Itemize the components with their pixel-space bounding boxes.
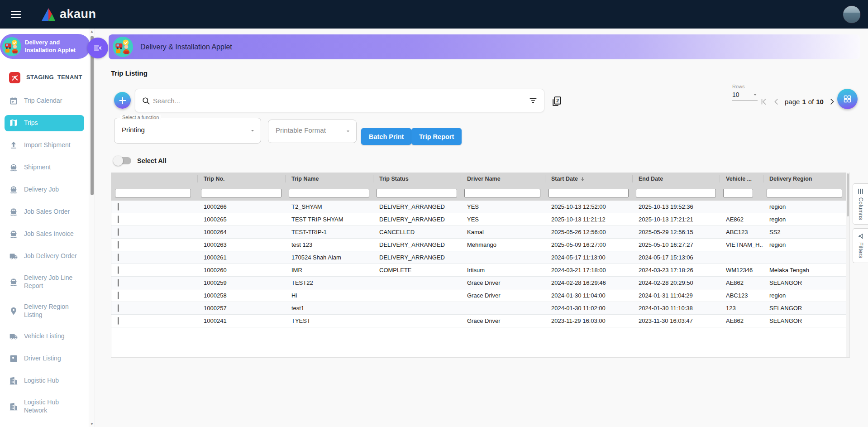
column-header-trip-no-[interactable]: Trip No. [197, 173, 285, 185]
row-checkbox[interactable] [118, 254, 119, 261]
sidebar-item-vehicle-listing[interactable]: Vehicle Listing [5, 328, 84, 345]
table-row[interactable]: 1000263test 123DELIVERY_ARRANGEDMehmango… [111, 239, 849, 251]
applet-banner: Delivery & Installation Applet [109, 34, 860, 59]
table-row[interactable]: 1000261170524 Shah AlamDELIVERY_ARRANGED… [111, 251, 849, 264]
row-checkbox[interactable] [118, 228, 119, 236]
side-tab-filters[interactable]: Filters [853, 228, 868, 263]
sidebar-item-job-sales-order[interactable]: Job Sales Order [5, 204, 84, 220]
menu-icon[interactable] [10, 9, 22, 20]
table-side-tabs: Columns Filters [853, 183, 868, 263]
cell: 1000261 [197, 251, 285, 264]
row-checkbox[interactable] [118, 317, 119, 325]
cell: YES [461, 213, 545, 225]
cell: 1000258 [197, 289, 285, 302]
user-avatar[interactable] [843, 5, 861, 24]
cell: 1000264 [197, 226, 285, 238]
next-page-icon[interactable] [828, 97, 836, 106]
sidebar-item-delivery-job-line-report[interactable]: Delivery Job Line Report [5, 270, 84, 293]
row-checkbox[interactable] [118, 203, 119, 211]
sidebar-item-tenant[interactable]: STAGING_TENANT [5, 68, 84, 87]
top-navbar: akaun [0, 0, 868, 29]
column-header-delivery-region[interactable]: Delivery Region [763, 173, 847, 185]
printable-format-select[interactable]: Printable Format [268, 120, 357, 143]
cell: 1000260 [197, 264, 285, 276]
column-header-trip-status[interactable]: Trip Status [373, 173, 461, 185]
batch-print-button[interactable]: Batch Print [361, 128, 411, 145]
function-select[interactable]: Select a function Printing [114, 118, 261, 144]
table-row[interactable]: 1000259TEST22Grace Driver2024-02-28 16:2… [111, 277, 849, 289]
select-all-toggle[interactable] [114, 157, 131, 164]
cell: 2025-05-10 16:27:27 [632, 239, 720, 251]
sidebar-item-delivery-job[interactable]: Delivery Job [5, 182, 84, 198]
row-checkbox[interactable] [118, 266, 119, 274]
table-row[interactable]: 1000257test12024-01-30 11:02:002024-01-3… [111, 302, 849, 315]
cell: Grace Driver [461, 289, 545, 302]
rows-per-page-select[interactable]: Rows 10 [732, 84, 758, 101]
sidebar-item-delivery-region-listing[interactable]: Delivery Region Listing [5, 299, 84, 322]
table-row[interactable]: 1000265TEST TRIP SHYAMDELIVERY_ARRANGEDY… [111, 213, 849, 226]
sidebar-item-shipment[interactable]: Shipment [5, 159, 84, 176]
column-header-end-date[interactable]: End Date [632, 173, 720, 185]
filter-input-delivery-region[interactable] [767, 189, 842, 197]
filter-input-trip-status[interactable] [377, 189, 457, 197]
filter-input-trip-name[interactable] [289, 189, 369, 197]
filter-input-vehicle-[interactable] [723, 189, 753, 197]
sidebar-item-label: Job Delivery Order [24, 252, 77, 260]
cell [461, 251, 545, 264]
table-row[interactable]: 1000264TEST-TRIP-1CANCELLEDKamal2025-05-… [111, 226, 849, 239]
filter-input-start-date[interactable] [548, 189, 629, 197]
column-header-trip-name[interactable]: Trip Name [285, 173, 373, 185]
grid-view-button[interactable] [837, 89, 858, 109]
sidebar-applet-header[interactable]: Delivery andInstallation Applet [0, 34, 89, 59]
column-header-driver-name[interactable]: Driver Name [461, 173, 545, 185]
column-header-start-date[interactable]: Start Date [545, 173, 632, 185]
calendar-icon [9, 96, 18, 106]
row-checkbox[interactable] [118, 304, 119, 312]
cell: 2025-10-13 11:21:12 [545, 213, 632, 225]
sidebar-item-job-delivery-order[interactable]: Job Delivery Order [5, 248, 84, 264]
column-header-checkbox[interactable] [111, 173, 197, 185]
cell: CANCELLED [373, 226, 461, 238]
scroll-down-icon[interactable]: ▼ [89, 422, 95, 426]
prev-page-icon[interactable] [772, 97, 781, 106]
row-checkbox[interactable] [118, 279, 119, 287]
sidebar-item-import-shipment[interactable]: Import Shipment [5, 137, 84, 154]
filter-list-icon[interactable] [529, 96, 538, 105]
filter-input-end-date[interactable] [636, 189, 716, 197]
filter-input-driver-name[interactable] [464, 189, 540, 197]
row-checkbox[interactable] [118, 216, 119, 223]
scroll-up-icon[interactable]: ▲ [89, 29, 95, 34]
sidebar-scrollbar-thumb[interactable] [91, 36, 94, 195]
add-trip-button[interactable] [114, 92, 131, 109]
filter-input-col-0[interactable] [115, 189, 191, 197]
table-scrollbar[interactable] [846, 173, 849, 357]
search-input[interactable] [153, 97, 529, 105]
sidebar-item-label: Job Sales Order [24, 208, 70, 216]
ship-icon [9, 230, 18, 239]
pages-2-icon[interactable]: 2 [551, 96, 563, 107]
sidebar-item-trips[interactable]: Trips [5, 115, 84, 131]
filter-input-trip-no-[interactable] [201, 189, 281, 197]
trip-report-button[interactable]: Trip Report [411, 128, 462, 145]
row-checkbox[interactable] [118, 241, 119, 249]
column-header-vehicle-[interactable]: Vehicle ... [720, 173, 763, 185]
sidebar-item-trip-calendar[interactable]: Trip Calendar [5, 93, 84, 109]
search-icon [142, 96, 150, 105]
table-row[interactable]: 1000258HiGrace Driver2024-01-30 11:04:00… [111, 289, 849, 302]
table-row[interactable]: 1000260IMRCOMPLETEIrtisum2024-03-21 17:1… [111, 264, 849, 277]
rows-value: 10 [732, 91, 739, 98]
ship-icon [9, 278, 18, 287]
sidebar-item-driver-listing[interactable]: Driver Listing [5, 350, 84, 367]
side-tab-columns[interactable]: Columns [853, 183, 868, 225]
function-select-label: Select a function [120, 115, 161, 120]
sidebar-item-label: Driver Listing [24, 355, 61, 363]
first-page-icon[interactable] [759, 97, 768, 106]
collapse-sidebar-button[interactable] [87, 38, 108, 58]
sidebar-item-logistic-hub[interactable]: Logistic Hub [5, 373, 84, 389]
table-row[interactable]: 1000266T2_SHYAMDELIVERY_ARRANGEDYES2025-… [111, 201, 849, 213]
sidebar-item-logistic-hub-network[interactable]: Logistic Hub Network [5, 395, 84, 418]
table-row[interactable]: 1000241TYESTGrace Driver2023-11-29 16:03… [111, 315, 849, 327]
select-all-control: Select All [114, 157, 167, 164]
row-checkbox[interactable] [118, 292, 119, 299]
sidebar-item-job-sales-invoice[interactable]: Job Sales Invoice [5, 226, 84, 242]
